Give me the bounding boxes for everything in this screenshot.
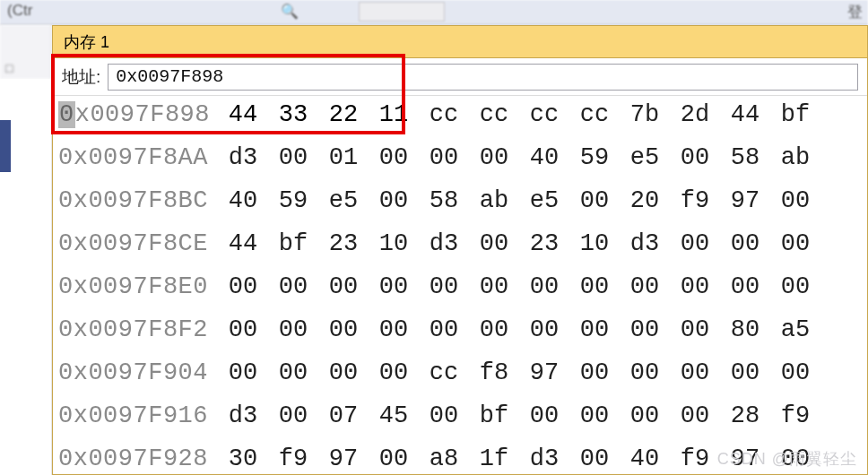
memory-byte[interactable]: 00	[469, 230, 519, 257]
memory-byte[interactable]: 44	[720, 101, 770, 128]
memory-byte[interactable]: f9	[670, 445, 720, 472]
memory-byte[interactable]: 00	[369, 316, 419, 343]
memory-byte[interactable]: 01	[318, 144, 369, 171]
memory-byte[interactable]: cc	[519, 101, 569, 128]
memory-byte[interactable]: 00	[720, 359, 770, 386]
memory-byte[interactable]: 00	[670, 273, 720, 300]
memory-byte[interactable]: cc	[469, 101, 519, 128]
memory-byte[interactable]: 00	[369, 359, 419, 386]
memory-byte[interactable]: 40	[519, 144, 569, 171]
memory-address[interactable]: 0x0097F928	[53, 445, 218, 472]
memory-byte[interactable]: f8	[469, 359, 519, 386]
memory-byte[interactable]: 00	[620, 402, 670, 429]
memory-byte[interactable]: 00	[369, 187, 419, 214]
memory-byte[interactable]: 00	[670, 230, 720, 257]
memory-byte[interactable]: ab	[469, 187, 519, 214]
memory-byte[interactable]: 00	[620, 359, 670, 386]
memory-byte[interactable]: 00	[519, 402, 569, 429]
memory-byte[interactable]: 10	[369, 230, 419, 257]
memory-byte[interactable]: cc	[569, 101, 620, 128]
memory-byte[interactable]: e5	[519, 187, 569, 214]
memory-address[interactable]: 0x0097F8F2	[53, 316, 218, 343]
memory-bytes[interactable]: 4059e50058abe50020f99700	[218, 187, 820, 214]
memory-byte[interactable]: cc	[419, 359, 469, 386]
memory-byte[interactable]: ab	[770, 144, 820, 171]
memory-byte[interactable]: bf	[770, 101, 820, 128]
memory-address[interactable]: 0x0097F8BC	[53, 187, 218, 214]
memory-byte[interactable]: 58	[720, 144, 770, 171]
memory-byte[interactable]: 22	[318, 101, 369, 128]
memory-byte[interactable]: 00	[569, 273, 620, 300]
memory-byte[interactable]: cc	[419, 101, 469, 128]
memory-byte[interactable]: 45	[369, 402, 419, 429]
memory-byte[interactable]: 7b	[620, 101, 670, 128]
memory-address[interactable]: 0x0097F916	[53, 402, 218, 429]
memory-byte[interactable]: 00	[419, 273, 469, 300]
memory-byte[interactable]: 00	[770, 359, 820, 386]
memory-byte[interactable]: d3	[620, 230, 670, 257]
memory-byte[interactable]: 59	[268, 187, 318, 214]
memory-byte[interactable]: bf	[469, 402, 519, 429]
memory-byte[interactable]: f9	[770, 402, 820, 429]
address-input[interactable]	[108, 64, 858, 91]
memory-row[interactable]: 0x0097F8F20000000000000000000080a5	[53, 316, 867, 359]
memory-bytes[interactable]: 0000000000000000000080a5	[218, 316, 820, 343]
memory-byte[interactable]: 44	[218, 101, 268, 128]
memory-row[interactable]: 0x0097F8AAd300010000004059e50058ab	[53, 144, 867, 187]
memory-byte[interactable]: 00	[469, 144, 519, 171]
memory-byte[interactable]: 00	[268, 359, 318, 386]
memory-byte[interactable]: a5	[770, 316, 820, 343]
memory-byte[interactable]: 00	[318, 316, 369, 343]
memory-byte[interactable]: 00	[569, 316, 620, 343]
memory-byte[interactable]: 2d	[670, 101, 720, 128]
memory-byte[interactable]: 33	[268, 101, 318, 128]
memory-byte[interactable]: 00	[218, 273, 268, 300]
memory-byte[interactable]: 00	[720, 230, 770, 257]
memory-bytes[interactable]: 000000000000000000000000	[218, 273, 820, 300]
memory-byte[interactable]: 00	[268, 316, 318, 343]
memory-byte[interactable]: 00	[519, 316, 569, 343]
memory-byte[interactable]: 00	[569, 187, 620, 214]
memory-byte[interactable]: 28	[720, 402, 770, 429]
memory-byte[interactable]: 00	[469, 316, 519, 343]
memory-byte[interactable]: f9	[268, 445, 318, 472]
memory-byte[interactable]: e5	[620, 144, 670, 171]
memory-byte[interactable]: 00	[369, 144, 419, 171]
memory-byte[interactable]: bf	[268, 230, 318, 257]
memory-byte[interactable]: 07	[318, 402, 369, 429]
memory-byte[interactable]: 23	[519, 230, 569, 257]
memory-address[interactable]: 0x0097F904	[53, 359, 218, 386]
memory-byte[interactable]: 10	[569, 230, 620, 257]
memory-byte[interactable]: 00	[218, 359, 268, 386]
memory-byte[interactable]: 00	[569, 359, 620, 386]
memory-byte[interactable]: 00	[620, 316, 670, 343]
memory-byte[interactable]: 00	[268, 273, 318, 300]
memory-bytes[interactable]: 00000000ccf8970000000000	[218, 359, 820, 386]
memory-byte[interactable]: 20	[620, 187, 670, 214]
memory-byte[interactable]: 23	[318, 230, 369, 257]
memory-byte[interactable]: a8	[419, 445, 469, 472]
memory-row[interactable]: 0x0097F8CE44bf2310d3002310d3000000	[53, 230, 867, 273]
memory-byte[interactable]: 97	[318, 445, 369, 472]
memory-hex-view[interactable]: 0x0097F89844332211cccccccc7b2d44bf0x0097…	[53, 96, 867, 474]
memory-byte[interactable]: 00	[569, 445, 620, 472]
memory-byte[interactable]: 59	[569, 144, 620, 171]
memory-byte[interactable]: 00	[670, 144, 720, 171]
memory-byte[interactable]: d3	[218, 144, 268, 171]
memory-byte[interactable]: 80	[720, 316, 770, 343]
memory-byte[interactable]: 00	[670, 359, 720, 386]
memory-row[interactable]: 0x0097F8E0000000000000000000000000	[53, 273, 867, 316]
memory-address[interactable]: 0x0097F8E0	[53, 273, 218, 300]
memory-bytes[interactable]: d300010000004059e50058ab	[218, 144, 820, 171]
memory-byte[interactable]: 00	[268, 402, 318, 429]
memory-byte[interactable]: 30	[218, 445, 268, 472]
memory-byte[interactable]: 00	[419, 144, 469, 171]
memory-byte[interactable]: 00	[218, 316, 268, 343]
memory-byte[interactable]: 1f	[469, 445, 519, 472]
memory-byte[interactable]: 00	[670, 316, 720, 343]
memory-byte[interactable]: 00	[369, 445, 419, 472]
memory-byte[interactable]: 00	[720, 273, 770, 300]
memory-row[interactable]: 0x0097F89844332211cccccccc7b2d44bf	[53, 101, 867, 144]
memory-byte[interactable]: 40	[620, 445, 670, 472]
memory-byte[interactable]: d3	[519, 445, 569, 472]
